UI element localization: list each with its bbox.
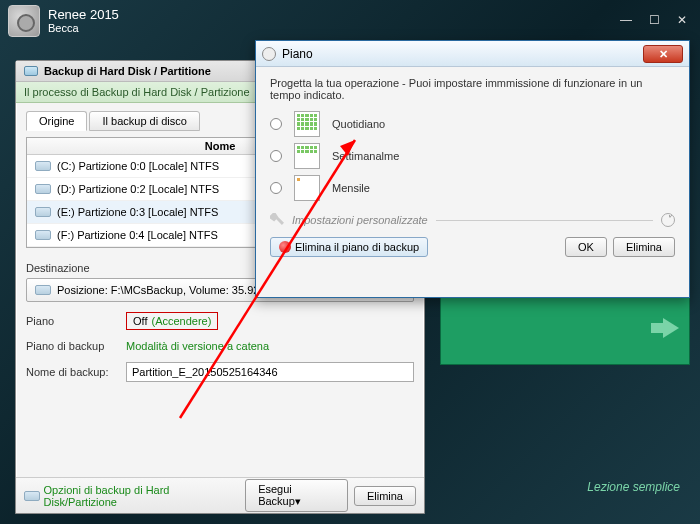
disk-icon: [24, 66, 38, 76]
backup-options-link[interactable]: Opzioni di backup di Hard Disk/Partizion…: [24, 484, 239, 508]
tab-disk-backup[interactable]: Il backup di disco: [89, 111, 199, 131]
app-icon: [8, 5, 40, 37]
dialog-description: Progetta la tua operazione - Puoi impost…: [270, 77, 675, 101]
option-daily[interactable]: Quotidiano: [332, 118, 385, 130]
wrench-icon: [270, 213, 284, 227]
advanced-settings-label: Impostazioni personalizzate: [292, 214, 428, 226]
calendar-daily-icon: [294, 111, 320, 137]
expand-advanced-button[interactable]: ˅: [661, 213, 675, 227]
close-button[interactable]: ✕: [672, 13, 692, 29]
app-title: Renee 2015: [48, 7, 119, 23]
drive-icon: [35, 207, 51, 217]
drive-icon: [35, 161, 51, 171]
backup-name-label: Nome di backup:: [26, 366, 116, 378]
plan-label: Piano di backup: [26, 340, 116, 352]
drive-icon: [35, 230, 51, 240]
drive-icon: [35, 184, 51, 194]
delete-plan-button[interactable]: Elimina il piano di backup: [270, 237, 428, 257]
lesson-link[interactable]: Lezione semplice: [587, 480, 680, 494]
calendar-monthly-icon: [294, 175, 320, 201]
plan-mode-link[interactable]: Modalità di versione a catena: [126, 340, 269, 352]
radio-monthly[interactable]: [270, 182, 282, 194]
calendar-weekly-icon: [294, 143, 320, 169]
delete-icon: [279, 241, 291, 253]
minimize-button[interactable]: —: [616, 13, 636, 29]
clock-icon: [262, 47, 276, 61]
piano-label: Piano: [26, 315, 116, 327]
elimina-button[interactable]: Elimina: [613, 237, 675, 257]
piano-dialog: Piano ✕ Progetta la tua operazione - Puo…: [255, 40, 690, 298]
backup-name-input[interactable]: [126, 362, 414, 382]
progress-panel: [440, 295, 690, 365]
drive-icon: [35, 285, 51, 295]
app-subtitle: Becca: [48, 22, 119, 35]
delete-button[interactable]: Elimina: [354, 486, 416, 506]
option-monthly[interactable]: Mensile: [332, 182, 370, 194]
tab-origin[interactable]: Origine: [26, 111, 87, 131]
maximize-button[interactable]: ☐: [644, 13, 664, 29]
disk-icon: [24, 491, 40, 501]
arrow-right-icon: [663, 318, 679, 338]
radio-daily[interactable]: [270, 118, 282, 130]
panel-title: Backup di Hard Disk / Partitione: [44, 65, 211, 77]
execute-backup-button[interactable]: Esegui Backup▾: [245, 479, 348, 512]
option-weekly[interactable]: Settimanalme: [332, 150, 399, 162]
ok-button[interactable]: OK: [565, 237, 607, 257]
radio-weekly[interactable]: [270, 150, 282, 162]
dialog-close-button[interactable]: ✕: [643, 45, 683, 63]
dialog-title: Piano: [282, 47, 313, 61]
piano-toggle[interactable]: Off (Accendere): [126, 312, 218, 330]
